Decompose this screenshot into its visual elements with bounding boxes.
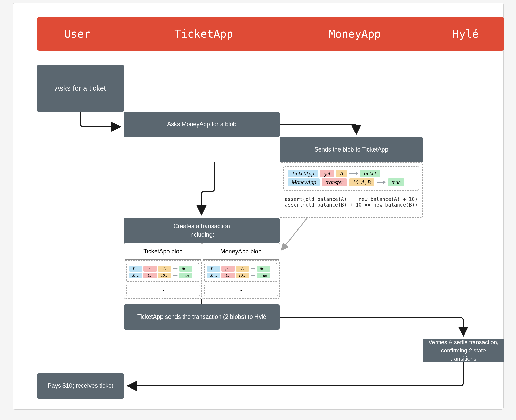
arrow-icon <box>349 171 358 176</box>
text: Asks MoneyApp for a blob <box>167 120 236 129</box>
row: Ti… get A tic… <box>128 266 197 272</box>
step-ask-ticket: Asks for a ticket <box>37 65 124 112</box>
chip: ticket <box>360 170 380 177</box>
step-send-blob: Sends the blob to TicketApp <box>280 137 423 162</box>
text: Asks for a ticket <box>55 83 106 94</box>
mini-blob-dash: - <box>126 284 200 296</box>
mini-blob-left: Ti… get A tic… M… t… 10… true - <box>124 260 202 299</box>
chip: get <box>143 266 157 272</box>
diagram-canvas: User TicketApp MoneyApp Hylé Asks for a … <box>13 3 504 410</box>
text: - <box>163 287 164 293</box>
blob-detail-panel: TicketApp get A ticket MoneyApp transfer… <box>280 162 423 218</box>
lane-user: User <box>64 28 90 40</box>
text: Sends the blob to TicketApp <box>314 145 388 154</box>
assert-block: assert(old_balance(A) == new_balance(A) … <box>283 196 419 208</box>
svg-marker-3 <box>383 181 386 184</box>
mini-blob-rows: Ti… get A tic… M… t… 10… true <box>204 263 277 282</box>
text: TicketApp blob <box>143 248 182 255</box>
chip: tic… <box>179 266 192 272</box>
chip: TicketApp <box>288 170 318 177</box>
chip: transfer <box>322 178 347 186</box>
svg-marker-5 <box>176 268 178 270</box>
text: TicketApp sends the transaction (2 blobs… <box>137 313 266 321</box>
step-ask-blob: Asks MoneyApp for a blob <box>124 112 280 137</box>
text: Pays $10; receives ticket <box>48 382 113 390</box>
chip: t… <box>221 273 235 278</box>
blob-row-2: MoneyApp transfer 10, A, B true <box>287 178 416 186</box>
chip: A <box>158 266 171 272</box>
step-verify: Verifies & settle transaction, confirmin… <box>423 339 504 362</box>
chip: get <box>221 266 235 272</box>
lane-hyle: Hylé <box>453 28 479 40</box>
arrow-icon <box>251 274 255 277</box>
text: including: <box>189 231 214 239</box>
step-send-tx: TicketApp sends the transaction (2 blobs… <box>124 304 280 330</box>
assert-line: assert(old_balance(A) == new_balance(A) … <box>283 196 419 202</box>
row: M… t… 10… true <box>128 273 197 278</box>
row: M… t… 10… true <box>206 273 275 278</box>
svg-marker-11 <box>254 274 255 276</box>
svg-marker-1 <box>356 172 358 175</box>
arrow-icon <box>251 267 255 270</box>
lanes-header: User TicketApp MoneyApp Hylé <box>37 17 504 51</box>
chip: M… <box>129 273 142 278</box>
chip: M… <box>207 273 220 278</box>
blob-row-1: TicketApp get A ticket <box>287 170 416 177</box>
arrow-icon <box>173 274 178 277</box>
svg-marker-9 <box>254 268 255 270</box>
arrow-icon <box>173 267 178 270</box>
text: Creates a transaction <box>174 222 230 231</box>
diagram-root: User TicketApp MoneyApp Hylé Asks for a … <box>0 0 516 420</box>
mini-blob-right: Ti… get A tic… M… t… 10… true - <box>202 260 280 299</box>
text: - <box>240 287 242 293</box>
chip: true <box>388 178 404 186</box>
chip: true <box>257 273 270 278</box>
text: confirming 2 state transitions <box>428 346 499 363</box>
chip: 10, A, B <box>349 178 374 186</box>
chip: tic… <box>257 266 270 272</box>
chip: A <box>336 170 347 177</box>
ticketapp-blob-label: TicketApp blob <box>124 243 202 260</box>
mini-blob-rows: Ti… get A tic… M… t… 10… true <box>126 263 199 282</box>
blob-rows: TicketApp get A ticket MoneyApp transfer… <box>283 166 419 191</box>
mini-blob-dash: - <box>204 284 278 296</box>
assert-line: assert(old_balance(B) + 10 == new_balanc… <box>283 202 419 208</box>
row: Ti… get A tic… <box>206 266 275 272</box>
chip: get <box>320 170 334 177</box>
step-create-tx: Creates a transaction including: <box>124 218 280 243</box>
lane-moneyapp: MoneyApp <box>329 28 381 40</box>
chip: Ti… <box>207 266 220 272</box>
chip: A <box>236 266 249 272</box>
lane-ticketapp: TicketApp <box>174 28 233 40</box>
text: MoneyApp blob <box>220 248 262 255</box>
svg-marker-7 <box>176 274 178 276</box>
chip: MoneyApp <box>288 178 320 186</box>
step-pays: Pays $10; receives ticket <box>37 373 124 399</box>
chip: Ti… <box>129 266 142 272</box>
chip: 10… <box>236 273 249 278</box>
chip: 10… <box>158 273 171 278</box>
moneyapp-blob-label: MoneyApp blob <box>202 243 280 260</box>
chip: t… <box>143 273 157 278</box>
arrow-icon <box>376 180 386 184</box>
chip: true <box>179 273 192 278</box>
text: Verifies & settle transaction, <box>429 338 498 346</box>
